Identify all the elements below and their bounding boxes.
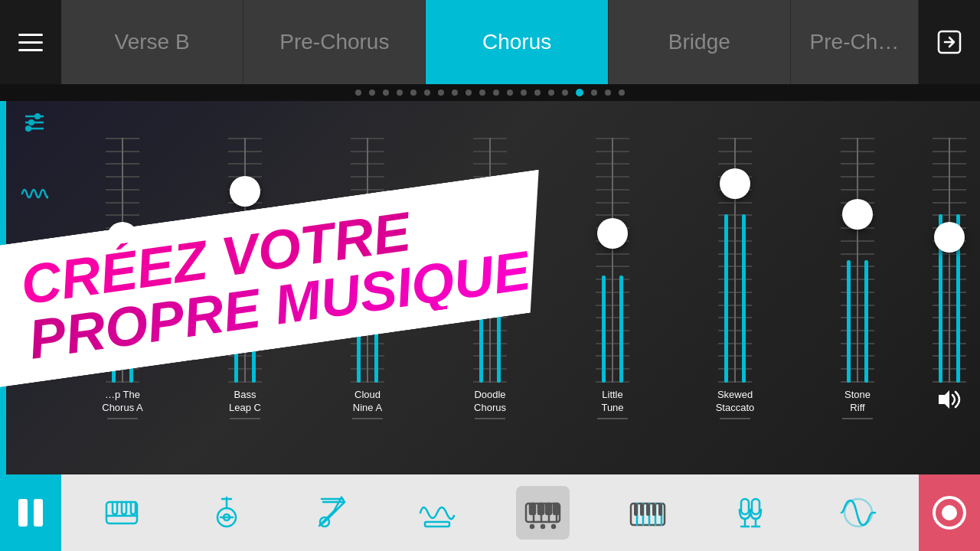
- tab-pre-cho[interactable]: Pre-Ch…: [791, 0, 919, 84]
- header: Verse B Pre-Chorus Chorus Bridge Pre-Ch…: [0, 0, 980, 84]
- fader-label-2: BassLeap C: [229, 389, 261, 415]
- fader-underline-2: [230, 418, 260, 419]
- fader-rail-7[interactable]: [835, 138, 880, 383]
- svg-point-4: [28, 119, 34, 126]
- dot-1[interactable]: [355, 90, 361, 96]
- fader-underline-6: [720, 418, 750, 419]
- fader-track-6: SkewedStaccato: [674, 138, 796, 429]
- fader-fill-left-6: [724, 214, 728, 383]
- fader-track-8: [919, 138, 980, 429]
- fader-knob-8[interactable]: [934, 222, 965, 253]
- tab-bar: Verse B Pre-Chorus Chorus Bridge Pre-Ch…: [61, 0, 919, 84]
- dot-10[interactable]: [479, 90, 485, 96]
- oscillator-button[interactable]: [831, 486, 885, 540]
- fader-label-6: SkewedStaccato: [716, 389, 755, 415]
- eq-icon[interactable]: [21, 109, 48, 142]
- fader-fill-left-7: [847, 260, 851, 383]
- fader-rail-8[interactable]: [926, 138, 972, 383]
- fader-track-7: StoneRiff: [796, 138, 919, 429]
- fader-knob-6[interactable]: [720, 168, 750, 199]
- svg-point-27: [531, 525, 534, 528]
- svg-rect-38: [646, 504, 650, 516]
- microphone-dual-button[interactable]: [727, 486, 780, 540]
- fader-center-5: [612, 138, 613, 383]
- svg-rect-24: [538, 504, 544, 514]
- dot-13[interactable]: [521, 90, 527, 96]
- dot-5[interactable]: [410, 90, 416, 96]
- record-button[interactable]: [919, 474, 980, 551]
- dot-8[interactable]: [452, 90, 458, 96]
- fader-track-5: LittleTune: [551, 138, 674, 429]
- piano-keys-button[interactable]: [621, 486, 675, 540]
- menu-button[interactable]: [0, 0, 61, 84]
- fader-fill-right-5: [619, 276, 623, 383]
- dot-19[interactable]: [605, 90, 611, 96]
- synth-wave-button[interactable]: [410, 486, 464, 540]
- fader-underline-1: [107, 418, 138, 419]
- svg-point-5: [34, 113, 41, 119]
- dot-17[interactable]: [576, 89, 583, 96]
- fader-rail-5[interactable]: [590, 138, 635, 383]
- record-circle-icon: [933, 496, 966, 530]
- svg-marker-9: [939, 390, 949, 409]
- dot-7[interactable]: [438, 90, 444, 96]
- dot-6[interactable]: [424, 90, 430, 96]
- svg-point-29: [552, 525, 555, 528]
- svg-rect-42: [752, 499, 760, 514]
- dot-11[interactable]: [493, 90, 499, 96]
- tab-verse-b[interactable]: Verse B: [61, 0, 243, 84]
- fader-label-1: …p TheChorus A: [102, 389, 142, 415]
- dot-9[interactable]: [466, 90, 472, 96]
- guitar-acoustic-button[interactable]: [200, 486, 253, 540]
- dot-14[interactable]: [534, 90, 541, 96]
- bottom-toolbar: [0, 474, 980, 551]
- svg-rect-41: [741, 499, 749, 514]
- fader-knob-7[interactable]: [842, 199, 873, 230]
- svg-point-6: [25, 126, 31, 132]
- fader-fill-right-6: [742, 214, 746, 383]
- instrument-selector: [61, 486, 919, 540]
- dot-2[interactable]: [369, 90, 375, 96]
- record-dot-icon: [942, 505, 957, 520]
- piano-instrument-button[interactable]: [95, 486, 149, 540]
- dot-12[interactable]: [507, 90, 513, 96]
- fader-underline-4: [475, 418, 505, 419]
- fader-label-3: CloudNine A: [353, 389, 382, 415]
- keyboard-midi-button[interactable]: [516, 486, 570, 540]
- fader-underline-3: [352, 418, 383, 419]
- svg-rect-17: [425, 522, 449, 527]
- share-button[interactable]: [919, 0, 980, 84]
- pause-button[interactable]: [0, 474, 61, 551]
- fader-knob-5[interactable]: [597, 218, 628, 249]
- dot-16[interactable]: [562, 90, 568, 96]
- tab-bridge[interactable]: Bridge: [609, 0, 791, 84]
- fader-underline-7: [842, 418, 873, 419]
- fader-knob-2[interactable]: [230, 176, 260, 207]
- fader-center-8: [949, 138, 950, 383]
- fader-rail-6[interactable]: [712, 138, 758, 383]
- dot-20[interactable]: [619, 90, 625, 96]
- svg-rect-39: [652, 504, 656, 516]
- mixer-area: …p TheChorus A BassLeap C: [0, 101, 980, 474]
- svg-rect-23: [530, 504, 535, 514]
- fader-label-4: DoodleChorus: [474, 389, 506, 415]
- pause-bar-left: [18, 499, 28, 527]
- dot-18[interactable]: [591, 90, 597, 96]
- volume-icon[interactable]: [934, 387, 965, 417]
- fader-label-5: LittleTune: [601, 389, 623, 415]
- svg-rect-37: [640, 504, 644, 516]
- fader-fill-left-5: [602, 276, 606, 383]
- tab-chorus[interactable]: Chorus: [426, 0, 608, 84]
- dot-3[interactable]: [383, 90, 389, 96]
- fader-center-7: [857, 138, 858, 383]
- waveform-icon[interactable]: [21, 180, 48, 213]
- hamburger-icon: [18, 34, 43, 51]
- share-icon: [934, 27, 965, 57]
- guitar-electric-button[interactable]: [305, 486, 359, 540]
- svg-point-47: [844, 499, 872, 527]
- dot-4[interactable]: [397, 90, 403, 96]
- fader-fill-right-7: [864, 260, 868, 383]
- tab-pre-chorus[interactable]: Pre-Chorus: [243, 0, 426, 84]
- svg-rect-26: [554, 504, 559, 514]
- dot-15[interactable]: [548, 90, 554, 96]
